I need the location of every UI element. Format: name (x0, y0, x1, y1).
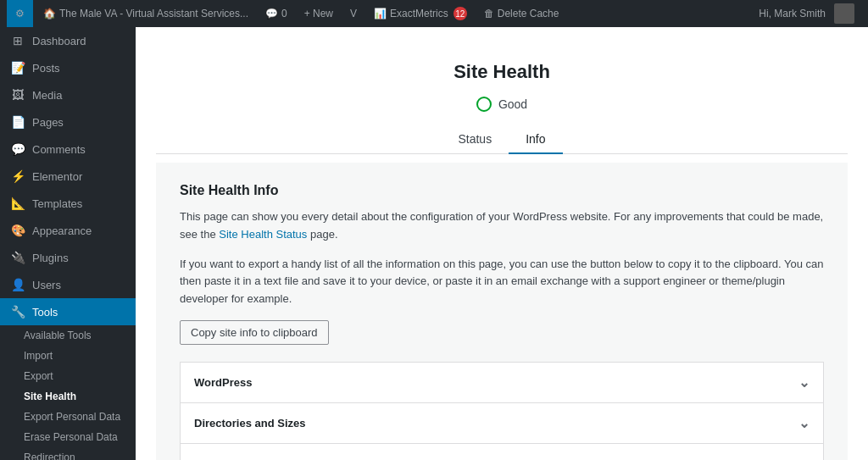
delete-cache-icon: 🗑 (484, 8, 494, 19)
plugins-icon: 🔌 (10, 251, 25, 264)
page-title: Site Health (156, 61, 848, 83)
admin-bar: ⚙ 🏠 The Male VA - Virtual Assistant Serv… (0, 0, 868, 27)
sidebar-label-users: Users (32, 279, 61, 291)
accordion-container: WordPress ⌄ Directories and Sizes ⌄ Acti… (180, 362, 824, 460)
site-name-link[interactable]: 🏠 The Male VA - Virtual Assistant Servic… (36, 0, 255, 27)
sidebar-item-media[interactable]: 🖼 Media (0, 81, 136, 108)
accordion-label-wordpress: WordPress (194, 376, 252, 389)
comments-icon: 💬 (265, 8, 278, 19)
new-label: + New (304, 8, 333, 19)
sidebar-label-tools: Tools (32, 306, 58, 319)
home-icon: 🏠 (43, 8, 56, 19)
accordion-header-directories[interactable]: Directories and Sizes ⌄ (181, 403, 823, 443)
sub-export-personal-label: Export Personal Data (24, 411, 120, 423)
sidebar-label-pages: Pages (32, 116, 64, 129)
chevron-down-icon-3: ⌄ (798, 456, 810, 460)
exactmetrics-label: ExactMetrics (390, 8, 448, 19)
site-name-label: The Male VA - Virtual Assistant Services… (59, 8, 248, 19)
sidebar-sub-site-health[interactable]: Site Health (0, 386, 136, 407)
sidebar-label-dashboard: Dashboard (32, 35, 86, 47)
sub-export-label: Export (24, 370, 53, 382)
users-icon: 👤 (10, 278, 25, 291)
sidebar-sub-export[interactable]: Export (0, 366, 136, 386)
health-status: Good (156, 97, 848, 112)
visual-composer-link[interactable]: V (343, 0, 364, 27)
sidebar-label-appearance: Appearance (32, 224, 92, 237)
tabs-container: Status Info (156, 125, 848, 154)
sidebar-item-users[interactable]: 👤 Users (0, 271, 136, 298)
media-icon: 🖼 (10, 88, 25, 102)
posts-icon: 📝 (10, 61, 25, 75)
sidebar-sub-available-tools[interactable]: Available Tools (0, 325, 136, 346)
dashboard-icon: ⊞ (10, 34, 25, 47)
user-greeting[interactable]: Hi, Mark Smith (752, 0, 861, 27)
templates-icon: 📐 (10, 197, 25, 210)
tab-info[interactable]: Info (509, 125, 562, 154)
info-desc1-end: page. (310, 228, 338, 241)
accordion-item-wordpress: WordPress ⌄ (180, 362, 824, 403)
sidebar-sub-erase-personal[interactable]: Erase Personal Data (0, 427, 136, 447)
info-desc-1: This page can show you every detail abou… (180, 208, 824, 244)
sidebar-item-templates[interactable]: 📐 Templates (0, 190, 136, 217)
vc-icon: V (350, 8, 357, 19)
sub-redirection-label: Redirection (24, 452, 75, 460)
info-section-title: Site Health Info (180, 183, 824, 198)
comments-side-icon: 💬 (10, 142, 25, 156)
health-status-label: Good (498, 97, 527, 111)
sidebar-label-posts: Posts (32, 62, 60, 75)
sidebar-label-plugins: Plugins (32, 252, 69, 264)
sidebar-item-plugins[interactable]: 🔌 Plugins (0, 244, 136, 271)
accordion-item-active-theme: Active theme ⌄ (180, 444, 824, 460)
sidebar: ⊞ Dashboard 📝 Posts 🖼 Media 📄 Pages 💬 Co… (0, 27, 136, 460)
sidebar-label-templates: Templates (32, 197, 82, 210)
comments-link[interactable]: 💬 0 (259, 0, 294, 27)
health-circle-icon (476, 97, 492, 112)
accordion-item-directories: Directories and Sizes ⌄ (180, 403, 824, 444)
sidebar-sub-export-personal[interactable]: Export Personal Data (0, 407, 136, 427)
accordion-header-wordpress[interactable]: WordPress ⌄ (181, 363, 823, 402)
sidebar-label-comments: Comments (32, 143, 86, 156)
sidebar-label-elementor: Elementor (32, 170, 82, 183)
tab-status[interactable]: Status (441, 125, 509, 154)
appearance-icon: 🎨 (10, 224, 25, 237)
sidebar-label-media: Media (32, 89, 62, 102)
pages-icon: 📄 (10, 115, 25, 129)
sidebar-item-elementor[interactable]: ⚡ Elementor (0, 163, 136, 190)
sidebar-item-dashboard[interactable]: ⊞ Dashboard (0, 27, 136, 54)
sub-site-health-label: Site Health (24, 391, 76, 402)
sidebar-item-posts[interactable]: 📝 Posts (0, 54, 136, 81)
elementor-icon: ⚡ (10, 169, 25, 183)
sidebar-sub-redirection[interactable]: Redirection (0, 447, 136, 460)
sub-available-tools-label: Available Tools (24, 330, 92, 341)
exactmetrics-link[interactable]: 📊 ExactMetrics 12 (367, 0, 474, 27)
sidebar-item-pages[interactable]: 📄 Pages (0, 108, 136, 136)
sidebar-item-tools[interactable]: 🔧 Tools (0, 298, 136, 325)
sidebar-sub-import[interactable]: Import (0, 346, 136, 366)
sub-erase-personal-label: Erase Personal Data (24, 431, 118, 443)
tools-icon: 🔧 (10, 305, 25, 319)
tab-status-label: Status (458, 132, 492, 146)
chevron-down-icon: ⌄ (798, 374, 810, 391)
delete-cache-link[interactable]: 🗑 Delete Cache (477, 0, 566, 27)
copy-site-info-button[interactable]: Copy site info to clipboard (180, 320, 329, 345)
user-greeting-text: Hi, Mark Smith (759, 8, 826, 19)
tab-info-label: Info (526, 132, 545, 146)
site-health-header: Site Health Good Status Info (156, 44, 848, 163)
delete-cache-label: Delete Cache (498, 8, 559, 19)
exactmetrics-icon: 📊 (374, 8, 387, 19)
main-content: Site Health Good Status Info Site Health… (136, 27, 868, 460)
site-health-status-link[interactable]: Site Health Status (219, 228, 307, 241)
user-avatar (834, 3, 854, 24)
new-link[interactable]: + New (298, 0, 340, 27)
accordion-label-directories: Directories and Sizes (194, 417, 306, 430)
info-section: Site Health Info This page can show you … (156, 163, 848, 460)
accordion-header-active-theme[interactable]: Active theme ⌄ (181, 444, 823, 460)
wp-logo[interactable]: ⚙ (7, 0, 33, 27)
wp-logo-icon: ⚙ (15, 8, 25, 19)
exactmetrics-badge: 12 (453, 7, 467, 20)
sidebar-item-appearance[interactable]: 🎨 Appearance (0, 217, 136, 244)
sub-import-label: Import (24, 350, 53, 362)
sidebar-item-comments[interactable]: 💬 Comments (0, 136, 136, 163)
chevron-down-icon-2: ⌄ (798, 415, 810, 431)
info-desc-2: If you want to export a handy list of al… (180, 256, 824, 308)
